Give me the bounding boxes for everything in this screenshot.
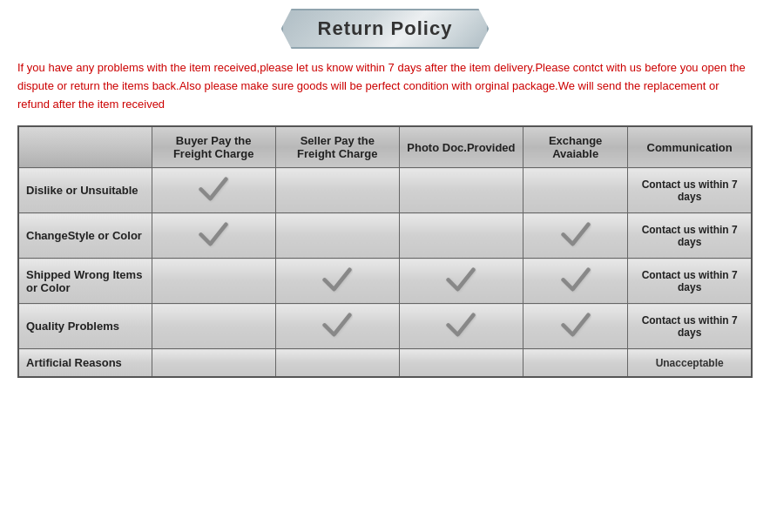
cell-photo-3 bbox=[399, 304, 523, 349]
cell-comm-0: Contact us within 7 days bbox=[628, 168, 752, 213]
table-row: Shipped Wrong Items or Color Contact us … bbox=[18, 259, 752, 304]
cell-seller-1 bbox=[275, 213, 399, 259]
cell-exchange-0 bbox=[523, 168, 628, 213]
cell-buyer-1 bbox=[152, 213, 275, 259]
table-row: Quality Problems Contact us within 7 day… bbox=[18, 304, 752, 349]
checkmark-icon bbox=[198, 175, 229, 203]
cell-seller-2 bbox=[275, 259, 399, 304]
cell-photo-2 bbox=[399, 259, 523, 304]
checkmark-icon bbox=[321, 311, 353, 339]
header-empty bbox=[18, 126, 152, 168]
cell-exchange-1 bbox=[523, 213, 628, 259]
cell-seller-3 bbox=[275, 304, 399, 349]
page-title: Return Policy bbox=[318, 17, 453, 39]
header-exchange: Exchange Avaiable bbox=[523, 126, 628, 168]
checkmark-icon bbox=[198, 220, 229, 248]
cell-comm-1: Contact us within 7 days bbox=[628, 213, 752, 259]
banner: Return Policy bbox=[281, 9, 490, 49]
policy-table: Buyer Pay the Freight Charge Seller Pay … bbox=[17, 125, 753, 378]
policy-description: If you have any problems with the item r… bbox=[17, 59, 753, 113]
checkmark-icon bbox=[560, 266, 591, 293]
cell-buyer-4 bbox=[152, 349, 275, 378]
cell-exchange-3 bbox=[523, 304, 628, 349]
cell-buyer-3 bbox=[152, 304, 275, 349]
row-label-4: Artificial Reasons bbox=[18, 349, 152, 378]
table-row: Dislike or Unsuitable Contact us within … bbox=[18, 168, 752, 213]
cell-buyer-0 bbox=[152, 168, 275, 213]
checkmark-icon bbox=[445, 311, 476, 339]
cell-seller-4 bbox=[275, 349, 399, 378]
cell-photo-0 bbox=[399, 168, 523, 213]
checkmark-icon bbox=[321, 266, 353, 293]
checkmark-icon bbox=[445, 266, 476, 293]
cell-comm-2: Contact us within 7 days bbox=[628, 259, 752, 304]
cell-seller-0 bbox=[275, 168, 399, 213]
cell-photo-4 bbox=[399, 349, 523, 378]
row-label-1: ChangeStyle or Color bbox=[18, 213, 152, 259]
header-seller: Seller Pay the Freight Charge bbox=[275, 126, 399, 168]
checkmark-icon bbox=[560, 311, 591, 339]
row-label-0: Dislike or Unsuitable bbox=[18, 168, 152, 213]
cell-comm-3: Contact us within 7 days bbox=[628, 304, 752, 349]
cell-comm-4: Unacceptable bbox=[628, 349, 752, 378]
cell-exchange-4 bbox=[523, 349, 628, 378]
row-label-2: Shipped Wrong Items or Color bbox=[18, 259, 152, 304]
table-header-row: Buyer Pay the Freight Charge Seller Pay … bbox=[18, 126, 752, 168]
table-row: ChangeStyle or Color Contact us within 7… bbox=[18, 213, 752, 259]
cell-exchange-2 bbox=[523, 259, 628, 304]
banner-background: Return Policy bbox=[281, 9, 490, 49]
header-buyer: Buyer Pay the Freight Charge bbox=[152, 126, 275, 168]
cell-buyer-2 bbox=[152, 259, 275, 304]
header-communication: Communication bbox=[628, 126, 752, 168]
checkmark-icon bbox=[560, 220, 591, 248]
cell-photo-1 bbox=[399, 213, 523, 259]
table-row: Artificial ReasonsUnacceptable bbox=[18, 349, 752, 378]
row-label-3: Quality Problems bbox=[18, 304, 152, 349]
header-photo: Photo Doc.Provided bbox=[399, 126, 523, 168]
banner-section: Return Policy bbox=[17, 9, 753, 49]
